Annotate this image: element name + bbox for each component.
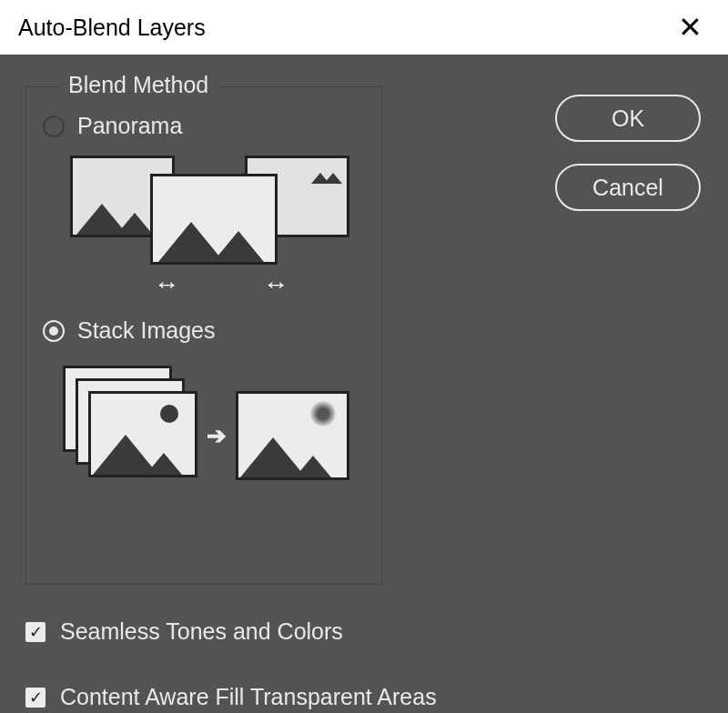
check-icon: ✓ bbox=[29, 689, 43, 706]
blend-method-group: Blend Method Panorama ↔ ↔ bbox=[25, 86, 382, 585]
right-arrow-icon: ➔ bbox=[207, 422, 227, 450]
checkbox-seamless-tones[interactable]: ✓ Seamless Tones and Colors bbox=[25, 618, 343, 645]
radio-icon bbox=[43, 115, 65, 137]
radio-label: Stack Images bbox=[77, 317, 215, 344]
stack-illustration: ➔ bbox=[63, 366, 354, 497]
checkbox-icon: ✓ bbox=[25, 688, 46, 708]
blend-method-legend: Blend Method bbox=[59, 72, 217, 98]
titlebar: Auto-Blend Layers ✕ bbox=[0, 0, 728, 55]
radio-stack-images[interactable]: Stack Images bbox=[26, 317, 381, 344]
checkbox-icon: ✓ bbox=[25, 622, 46, 642]
radio-dot-icon bbox=[49, 326, 58, 336]
cancel-button[interactable]: Cancel bbox=[555, 164, 701, 211]
horizontal-arrow-icon: ↔ bbox=[263, 270, 288, 299]
checkbox-label: Seamless Tones and Colors bbox=[60, 618, 343, 645]
dialog-title: Auto-Blend Layers bbox=[18, 15, 206, 41]
radio-icon bbox=[43, 320, 65, 342]
ok-button[interactable]: OK bbox=[555, 95, 701, 142]
horizontal-arrow-icon: ↔ bbox=[154, 270, 179, 299]
radio-panorama[interactable]: Panorama bbox=[26, 113, 381, 139]
radio-label: Panorama bbox=[77, 113, 182, 139]
panorama-illustration: ↔ ↔ bbox=[63, 156, 354, 301]
checkbox-label: Content Aware Fill Transparent Areas bbox=[60, 684, 437, 710]
check-icon: ✓ bbox=[29, 624, 43, 640]
checkbox-content-aware-fill[interactable]: ✓ Content Aware Fill Transparent Areas bbox=[25, 684, 437, 710]
close-icon[interactable]: ✕ bbox=[678, 13, 703, 42]
dialog-body: Blend Method Panorama ↔ ↔ bbox=[0, 55, 728, 713]
